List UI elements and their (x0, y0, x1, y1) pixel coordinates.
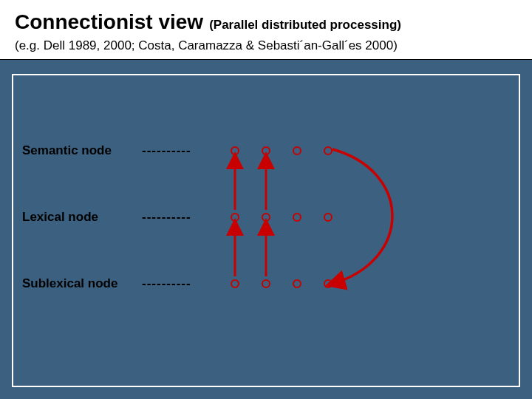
arrow-sem4-sub4-curve (332, 149, 392, 284)
semantic-node-3 (293, 146, 301, 155)
page-subtitle: (Parallel distributed processing) (209, 18, 401, 33)
row-label-lexical: Lexical node (22, 210, 142, 225)
row-lexical: Lexical node ---------- (22, 210, 332, 225)
sublexical-node-2 (262, 279, 270, 288)
semantic-node-2 (262, 146, 270, 155)
sublexical-node-4 (324, 279, 332, 288)
lexical-node-3 (293, 213, 301, 222)
row-semantic: Semantic node ---------- (22, 143, 332, 158)
diagram-frame: Semantic node ---------- Lexical node --… (12, 74, 520, 387)
row-dashes-sublexical: ---------- (142, 276, 223, 291)
row-dashes-semantic: ---------- (142, 143, 223, 158)
lexical-node-1 (231, 213, 239, 222)
semantic-node-1 (231, 146, 239, 155)
sublexical-node-3 (293, 279, 301, 288)
row-sublexical: Sublexical node ---------- (22, 276, 332, 291)
row-label-sublexical: Sublexical node (22, 276, 142, 291)
semantic-node-4 (324, 146, 332, 155)
row-dashes-lexical: ---------- (142, 210, 223, 225)
connection-arrows (13, 75, 519, 386)
lexical-node-2 (262, 213, 270, 222)
lexical-node-4 (324, 213, 332, 222)
sublexical-node-1 (231, 279, 239, 288)
page-title: Connectionist view (15, 10, 203, 34)
row-label-semantic: Semantic node (22, 143, 142, 158)
citation-line: (e.g. Dell 1989, 2000; Costa, Caramazza … (15, 38, 517, 53)
header: Connectionist view (Parallel distributed… (0, 0, 532, 60)
